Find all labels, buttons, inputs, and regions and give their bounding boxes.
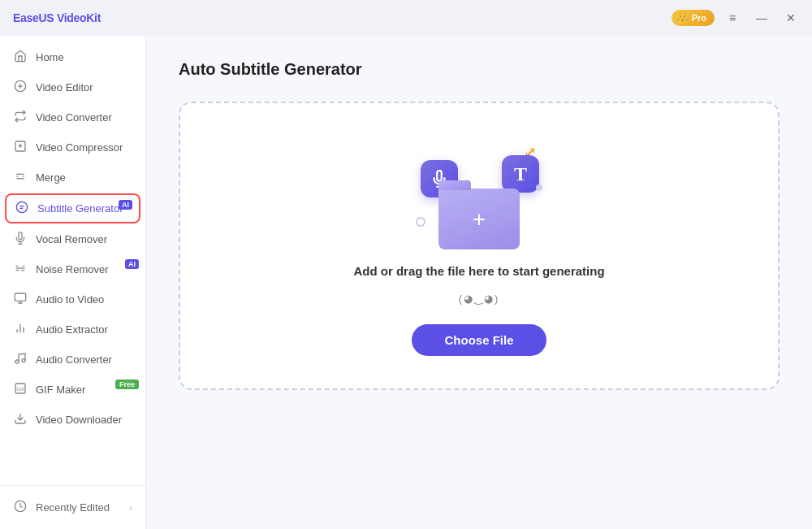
vocal-remover-icon: [13, 232, 28, 247]
chevron-right-icon: ›: [129, 503, 132, 513]
sidebar-item-subtitle-generator[interactable]: Subtitle Generator AI: [5, 193, 140, 223]
sidebar-item-vocal-remover-label: Vocal Remover: [36, 233, 132, 245]
gif-maker-icon: GIF: [13, 382, 28, 397]
video-downloader-icon: [13, 412, 28, 427]
sidebar-item-subtitle-generator-label: Subtitle Generator: [37, 202, 131, 215]
noise-remover-icon: [13, 262, 28, 277]
illustration: ⤢ → T: [414, 144, 544, 249]
sidebar-item-home[interactable]: Home: [0, 42, 145, 72]
sidebar-item-video-editor-label: Video Editor: [36, 81, 132, 93]
drop-zone-emoji: (◕‿◕): [459, 293, 500, 305]
home-icon: [13, 50, 28, 65]
svg-rect-17: [15, 293, 25, 301]
svg-point-7: [16, 202, 27, 212]
svg-point-21: [15, 360, 19, 363]
minimize-button[interactable]: —: [750, 7, 773, 29]
sidebar-item-video-compressor-label: Video Compressor: [36, 141, 132, 154]
noise-ai-badge: AI: [125, 259, 139, 269]
sidebar-item-vocal-remover[interactable]: Vocal Remover: [0, 224, 145, 254]
sidebar-item-recently-edited[interactable]: Recently Edited ›: [0, 492, 145, 522]
sidebar-item-noise-remover-label: Noise Remover: [36, 263, 132, 275]
sidebar-item-merge[interactable]: Merge: [0, 163, 145, 193]
choose-file-button[interactable]: Choose File: [412, 324, 546, 356]
video-compressor-icon: [13, 140, 28, 155]
sidebar-item-audio-converter[interactable]: Audio Converter: [0, 345, 145, 375]
video-editor-icon: [13, 80, 28, 95]
folder-shape: +: [438, 189, 520, 249]
gif-free-badge: Free: [115, 379, 139, 389]
window-controls: 👑 Pro ≡ — ✕: [672, 7, 802, 29]
sidebar-item-audio-to-video-label: Audio to Video: [36, 293, 132, 306]
sidebar-item-audio-converter-label: Audio Converter: [36, 353, 132, 366]
merge-icon: [13, 170, 28, 185]
content-area: Auto Subtitle Generator ⤢ →: [146, 36, 812, 529]
dot-decoration: [536, 184, 542, 191]
sidebar-item-video-converter[interactable]: Video Converter: [0, 102, 145, 132]
svg-text:GIF: GIF: [16, 387, 24, 392]
sidebar-item-video-editor[interactable]: Video Editor: [0, 72, 145, 102]
recently-edited-icon: [13, 500, 28, 515]
sidebar-item-audio-extractor[interactable]: Audio Extractor: [0, 314, 145, 345]
main-layout: Home Video Editor Video Converter Video …: [0, 36, 812, 529]
sidebar-item-recently-edited-label: Recently Edited: [36, 501, 121, 514]
pro-badge[interactable]: 👑 Pro: [672, 10, 715, 26]
sidebar-item-audio-extractor-label: Audio Extractor: [36, 323, 132, 336]
crown-icon: 👑: [676, 12, 689, 24]
folder-tab: [438, 180, 471, 190]
app-logo-area: EaseUS VideoKit: [0, 11, 101, 24]
close-button[interactable]: ✕: [780, 7, 802, 29]
drop-zone-text: Add or drag the file here to start gener…: [353, 264, 604, 278]
sidebar-item-merge-label: Merge: [36, 171, 132, 184]
sidebar-item-audio-to-video[interactable]: Audio to Video: [0, 284, 145, 314]
svg-point-22: [22, 359, 25, 362]
subtitle-generator-icon: [15, 201, 29, 216]
page-title: Auto Subtitle Generator: [179, 60, 780, 79]
sidebar: Home Video Editor Video Converter Video …: [0, 36, 146, 529]
app-logo: EaseUS VideoKit: [13, 11, 101, 24]
sidebar-item-video-downloader-label: Video Downloader: [36, 414, 132, 426]
sidebar-item-video-downloader[interactable]: Video Downloader: [0, 405, 145, 435]
audio-to-video-icon: [13, 292, 28, 307]
plus-icon: +: [473, 208, 486, 231]
video-converter-icon: [13, 110, 28, 125]
audio-converter-icon: [13, 352, 28, 367]
sidebar-item-home-label: Home: [36, 51, 132, 63]
subtitle-ai-badge: AI: [119, 200, 132, 210]
t-card: T: [502, 155, 539, 193]
sidebar-item-video-compressor[interactable]: Video Compressor: [0, 132, 145, 163]
sidebar-item-video-converter-label: Video Converter: [36, 111, 132, 124]
sidebar-item-gif-maker[interactable]: GIF GIF Maker Free: [0, 375, 145, 405]
drop-zone[interactable]: ⤢ → T: [179, 102, 780, 390]
audio-extractor-icon: [13, 322, 28, 337]
circle-decoration: [416, 217, 425, 227]
sidebar-item-noise-remover[interactable]: Noise Remover AI: [0, 254, 145, 284]
sidebar-bottom: Recently Edited ›: [0, 485, 145, 522]
title-bar: EaseUS VideoKit 👑 Pro ≡ — ✕: [0, 0, 812, 36]
menu-button[interactable]: ≡: [721, 7, 744, 29]
